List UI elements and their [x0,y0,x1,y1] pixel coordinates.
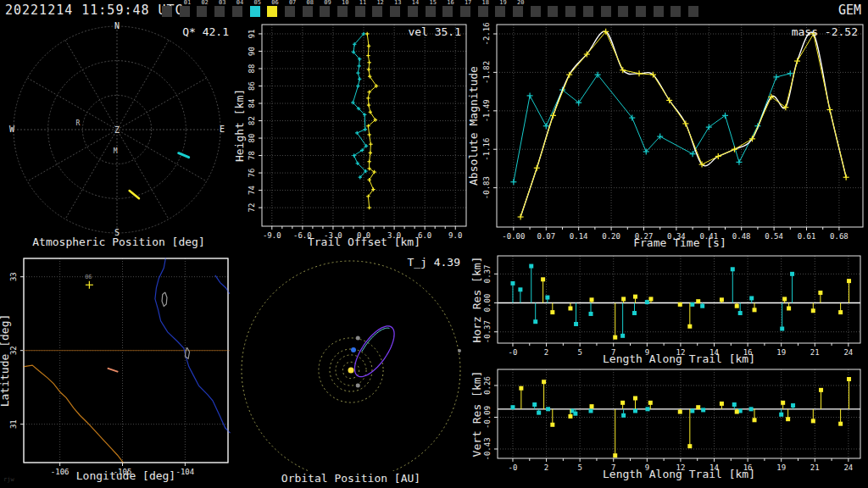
frame-box-blank[interactable] [601,6,611,17]
svg-text:24: 24 [843,348,853,357]
magnitude-panel: -0.000.070.140.200.270.340.410.480.540.6… [467,22,863,249]
frame-box-04[interactable] [232,6,242,17]
river [155,258,231,433]
frame-box-blank[interactable] [688,6,698,17]
frame-box-blank[interactable] [670,6,681,17]
frame-box-blank[interactable] [654,6,664,17]
frame-box-16[interactable] [442,6,453,17]
svg-text:0.61: 0.61 [798,232,816,241]
svg-text:Length Along Trail [km]: Length Along Trail [km] [603,352,755,365]
frame-number: 13 [394,0,401,6]
svg-text:21: 21 [810,348,820,357]
horz-residuals-panel: -025791214161921240.370.00-0.37Length Al… [470,256,860,365]
svg-text:T_j 4.39: T_j 4.39 [407,256,460,269]
svg-text:-1.49: -1.49 [482,99,491,122]
frame-box-02[interactable] [197,6,207,17]
frame-box-blank[interactable] [548,6,558,17]
svg-text:21: 21 [810,463,820,472]
frame-number: 14 [412,0,419,6]
status-bar: 20221214 11:59:48 UTC 010203040506070809… [0,0,868,20]
svg-text:mass -2.52: mass -2.52 [792,25,858,38]
svg-text:82: 82 [248,116,256,125]
frame-box-13[interactable] [390,6,400,17]
svg-text:0.48: 0.48 [732,232,751,241]
border-river [23,365,124,463]
svg-text:-1.82: -1.82 [482,61,491,84]
svg-text:-0: -0 [509,348,518,357]
svg-text:Atmospheric Position [deg]: Atmospheric Position [deg] [32,236,205,248]
svg-text:80: 80 [248,134,256,143]
vert-residuals-panel: -025791214161921240.26-0.09-0.43Length A… [470,369,860,480]
frame-box-05[interactable] [250,6,260,17]
frame-box-blank[interactable] [162,6,172,17]
svg-text:0.20: 0.20 [602,232,620,241]
frame-box-19[interactable] [495,6,505,17]
frame-box-08[interactable] [303,6,313,17]
svg-text:84: 84 [248,99,256,108]
svg-text:74: 74 [248,186,256,195]
svg-text:Frame Time [s]: Frame Time [s] [633,236,726,249]
frame-box-14[interactable] [408,6,418,17]
frame-number: 20 [517,0,524,6]
svg-text:19: 19 [776,348,786,357]
frame-box-blank[interactable] [565,6,576,17]
frame-box-09[interactable] [320,6,330,17]
timestamp: 20221214 11:59:48 UTC [5,3,184,18]
frame-number: 09 [324,0,331,6]
svg-text:19: 19 [776,463,786,472]
frame-box-15[interactable] [426,6,436,17]
atmospheric-position-panel: NSEWZRMQ* 42.1Atmospheric Position [deg] [9,21,229,248]
svg-text:-0.83: -0.83 [482,176,491,199]
svg-text:-0.09: -0.09 [483,406,492,429]
frame-box-07[interactable] [285,6,295,17]
frame-number: 04 [236,0,243,6]
frame-number: 11 [359,0,366,6]
frame-box-18[interactable] [478,6,488,17]
svg-text:72: 72 [248,203,256,213]
svg-text:90: 90 [248,47,256,56]
frame-box-blank[interactable] [618,6,628,17]
frame-box-06[interactable] [267,6,277,17]
watermark: rjw [3,476,14,483]
frame-number: 06 [271,0,278,6]
frame-box-blank[interactable] [636,6,646,17]
svg-text:9.0: 9.0 [448,231,462,240]
svg-text:0.26: 0.26 [483,376,492,395]
svg-text:W: W [9,125,15,134]
frame-box-01[interactable] [180,6,190,17]
frame-box-10[interactable] [337,6,348,17]
meteor-orbit [354,326,394,377]
frame-box-blank[interactable] [531,6,541,17]
svg-text:0.00: 0.00 [483,294,492,313]
frame-box-17[interactable] [460,6,470,17]
svg-text:vel 35.1: vel 35.1 [408,25,461,38]
svg-text:Absolute Magnitude: Absolute Magnitude [467,66,480,186]
frame-number: 17 [465,0,471,6]
frame-box-03[interactable] [214,6,225,17]
frame-box-20[interactable] [513,6,523,17]
svg-text:Length Along Trail [km]: Length Along Trail [km] [603,468,755,480]
svg-text:-0.37: -0.37 [483,320,492,343]
svg-text:0.14: 0.14 [570,232,588,241]
svg-text:5: 5 [577,348,581,357]
svg-text:Orbital Position [AU]: Orbital Position [AU] [281,472,420,485]
frame-number: 10 [342,0,348,6]
svg-text:Latitude [deg]: Latitude [deg] [0,314,11,408]
frame-number: 16 [447,0,453,6]
svg-text:-1.16: -1.16 [482,138,491,161]
frame-box-11[interactable] [355,6,365,17]
shower-code: GEM [838,3,861,18]
frame-number: 08 [307,0,314,6]
frame-number: 19 [499,0,506,6]
svg-text:Height [km]: Height [km] [233,89,246,162]
svg-text:-2.16: -2.16 [482,22,491,45]
svg-text:24: 24 [843,463,853,472]
meteor-ground-track [108,369,119,372]
corner-stream [215,275,230,294]
frame-box-12[interactable] [372,6,382,17]
svg-text:31: 31 [9,419,18,429]
frame-box-blank[interactable] [583,6,593,17]
frame-number: 05 [254,0,261,6]
frame-number: 01 [184,0,191,6]
svg-text:Horz Res [km]: Horz Res [km] [470,257,483,343]
